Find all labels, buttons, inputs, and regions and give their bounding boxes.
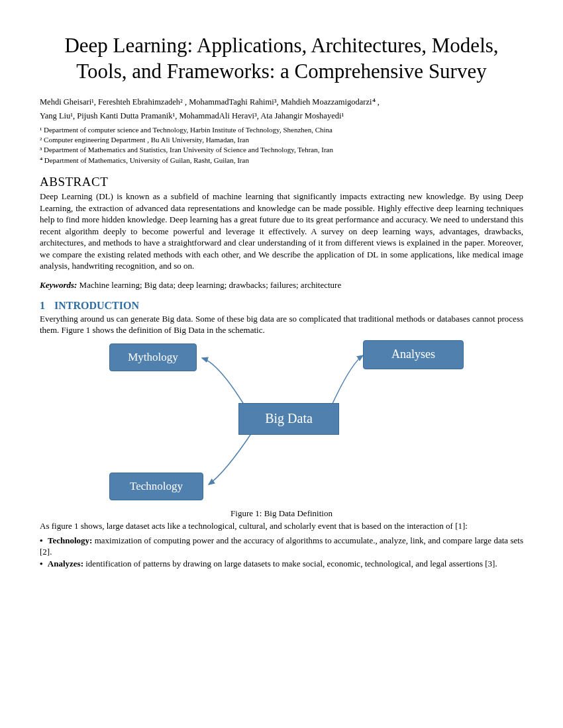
bullet-technology: • Technology: maximization of computing …: [40, 535, 523, 558]
figure-1-diagram: Mythology Analyses Big Data Technology: [86, 340, 477, 506]
diagram-box-bigdata: Big Data: [238, 403, 339, 435]
bullet-dot-icon: •: [40, 559, 43, 569]
diagram-box-mythology: Mythology: [109, 343, 197, 371]
affiliation-1: ¹ Department of computer science and Tec…: [40, 125, 523, 135]
authors-line-2: Yang Liu¹, Pijush Kanti Dutta Pramanik¹,…: [40, 111, 523, 122]
abstract-text: Deep Learning (DL) is known as a subfiel…: [40, 191, 523, 272]
affiliation-3: ³ Department of Mathematics and Statisti…: [40, 145, 523, 155]
post-figure-paragraph: As figure 1 shows, large dataset acts li…: [40, 520, 523, 532]
bullet-technology-label: Technology:: [48, 535, 92, 545]
bullet-analyzes-label: Analyzes:: [48, 559, 83, 569]
keywords: Keywords: Machine learning; Big data; de…: [40, 280, 523, 291]
figure-1-caption: Figure 1: Big Data Definition: [40, 508, 523, 519]
keywords-label: Keywords:: [40, 280, 77, 290]
bullet-dot-icon: •: [40, 535, 43, 545]
section-heading-introduction: 1INTRODUCTION: [40, 300, 523, 312]
section-number: 1: [40, 300, 45, 311]
affiliations: ¹ Department of computer science and Tec…: [40, 125, 523, 166]
bullet-analyzes-text: identification of patterns by drawing on…: [83, 559, 497, 569]
diagram-box-analyses: Analyses: [363, 340, 464, 369]
bullet-technology-text: maximization of computing power and the …: [40, 535, 523, 557]
paper-title: Deep Learning: Applications, Architectur…: [40, 33, 523, 85]
section-title: INTRODUCTION: [54, 300, 139, 311]
diagram-box-technology: Technology: [109, 473, 203, 500]
affiliation-4: ⁴ Department of Mathematics, University …: [40, 156, 523, 165]
intro-paragraph: Everything around us can generate Big da…: [40, 313, 523, 336]
authors-line-1: Mehdi Gheisari¹, Fereshteh Ebrahimzadeh²…: [40, 97, 523, 109]
affiliation-2: ² Computer engineering Department , Bu A…: [40, 135, 523, 145]
bullet-analyzes: • Analyzes: identification of patterns b…: [40, 558, 523, 570]
keywords-text: Machine learning; Big data; deep learnin…: [77, 280, 341, 290]
abstract-heading: ABSTRACT: [40, 175, 523, 189]
